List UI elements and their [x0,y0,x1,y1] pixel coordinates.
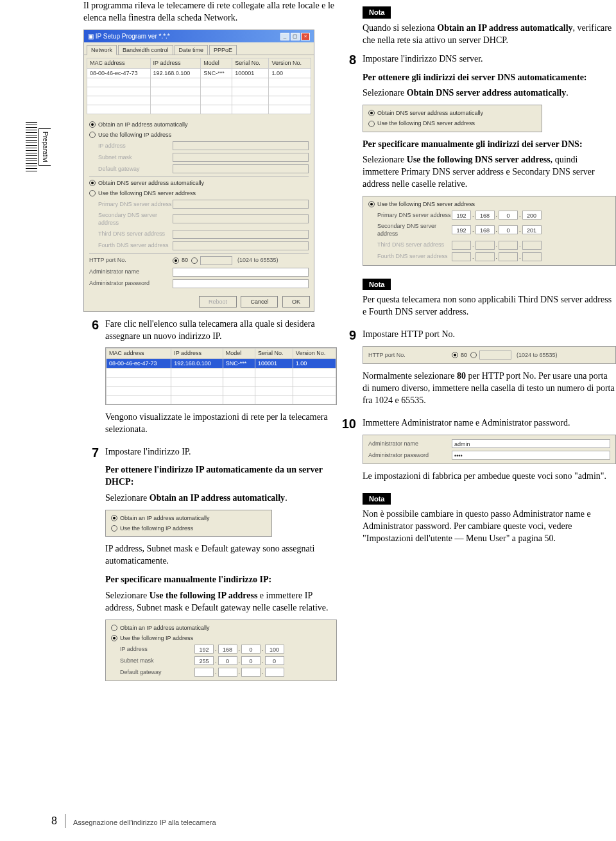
tab-pppoe[interactable]: PPPoE [209,45,237,55]
side-tab: Preparativi [38,128,51,166]
ip-input[interactable]: 192. 168. 0. 100 [194,645,284,654]
radio-obtain-ip[interactable] [89,121,96,128]
step-num-9: 9 [341,329,356,411]
side-decoration [26,122,37,173]
radio-static-dns-3[interactable] [368,201,375,207]
fig-ip-auto: Obtain an IP address automatically Use t… [105,510,272,537]
step7-h2: Per specificare manualmente l'indirizzo … [105,575,271,584]
step7-h1: Per ottenere l'indirizzo IP automaticame… [105,465,323,487]
step8-h2: Per specificare manualmente gli indirizz… [363,139,583,149]
page-number: 8 [51,814,65,828]
radio-static-dns[interactable] [89,190,96,196]
titlebar: ▣ IP Setup Program ver *.*.* _ ▢ × [84,30,314,43]
admin-pass-field-2[interactable]: •••• [452,451,610,460]
tabs: Network Bandwidth control Date time PPPo… [84,42,314,55]
step-9: 9 Impostare HTTP port No. HTTP port No. … [341,329,616,411]
minimize-icon[interactable]: _ [280,33,289,40]
th-mac: MAC address [87,58,151,68]
window-icon: ▣ [88,32,94,41]
cancel-button[interactable]: Cancel [241,296,278,308]
tdns-input: ... [452,241,542,250]
right-column: Nota Quando si seleziona Obtain an IP ad… [363,0,616,688]
intro-text: Il programma rileva le telecamere di ret… [83,0,337,24]
radio-port80-2[interactable] [452,352,458,358]
window-title: IP Setup Program ver *.*.* [96,32,170,41]
footer: 8 Assegnazione dell'indirizzo IP alla te… [51,814,216,828]
radio-portcustom[interactable] [191,257,198,264]
radio-obtain-ip-3[interactable] [111,625,117,631]
fig-admin: Administrator nameadmin Administrator pa… [363,435,616,464]
nota3-text: Non è possibile cambiare in questo passo… [363,508,616,545]
sdns-input[interactable]: 192. 168. 0. 201 [452,225,542,234]
table-row[interactable]: 08-00-46-ec-47-73 192.168.0.100 SNC-*** … [87,68,311,78]
step7-title: Impostare l'indirizzo IP. [105,446,337,458]
tab-datetime[interactable]: Date time [175,45,209,55]
nota2-text: Per questa telecamera non sono applicabi… [363,294,616,318]
tab-network[interactable]: Network [87,45,117,55]
admin-pass-field[interactable] [173,279,309,288]
radio-port80[interactable] [173,257,179,264]
table-row-selected[interactable]: 08-00-46-ec-47-73 192.168.0.100 SNC-*** … [107,358,336,368]
th-ip: IP address [150,58,201,68]
subnet-field [173,153,309,162]
th-ver: Version No. [269,58,311,68]
step10-text: Le impostazioni di fabbrica per ambedue … [363,471,616,483]
step9-title: Impostare HTTP port No. [363,329,616,341]
fig-main-window: ▣ IP Setup Program ver *.*.* _ ▢ × Netwo… [83,30,314,312]
th-serial: Serial No. [232,58,269,68]
fdns-input: ... [452,252,542,261]
radio-obtain-dns[interactable] [89,180,96,186]
left-column: Il programma rileva le telecamere di ret… [83,0,337,688]
step-10: 10 Immettere Administrator name e Admini… [341,417,616,549]
camera-table[interactable]: MAC address IP address Model Serial No. … [87,58,311,114]
step-8: 8 Impostare l'indirizzo DNS server. Per … [341,53,616,323]
radio-static-dns-2[interactable] [368,121,375,127]
radio-obtain-ip-2[interactable] [111,515,117,521]
step-num-8: 8 [341,53,356,323]
step-7: 7 Impostare l'indirizzo IP. Per ottenere… [83,446,337,688]
nota-label-1: Nota [363,6,391,19]
radio-static-ip[interactable] [89,132,96,138]
radio-static-ip-3[interactable] [111,635,117,641]
radio-static-ip-2[interactable] [111,525,117,532]
fig-selected-table: MAC address IP address Model Serial No. … [105,347,337,404]
admin-name-field[interactable] [173,268,309,277]
step7-t2: IP address, Subnet mask e Default gatewa… [105,543,337,568]
fig-dns-auto: Obtain DNS server address automatically … [363,105,542,132]
step-num-6: 6 [83,318,99,440]
step10-title: Immettere Administrator name e Administr… [363,417,616,429]
step6-after: Vengono visualizzate le impostazioni di … [105,412,337,436]
admin-name-field-2[interactable]: admin [452,439,610,448]
close-icon[interactable]: × [301,33,310,40]
nota-label-2: Nota [363,279,391,291]
step8-title: Impostare l'indirizzo DNS server. [363,53,616,65]
fig-http-port: HTTP port No. 80 (1024 to 65535) [363,346,616,364]
step8-h1: Per ottenere gli indirizzi dei server DN… [363,73,587,82]
step9-text: Normalmente selezionare 80 per HTTP port… [363,370,616,407]
step-num-10: 10 [341,417,356,549]
step7-t3: Selezionare Use the following IP address… [105,590,337,614]
nota-label-3: Nota [363,493,391,505]
gateway-input[interactable]: ... [194,668,284,677]
step8-t2: Selezionare Use the following DNS server… [363,154,616,191]
ok-button[interactable]: OK [282,296,310,308]
fig-dns-manual: Use the following DNS server address Pri… [363,196,616,265]
subnet-input[interactable]: 255. 0. 0. 0 [194,656,284,665]
footer-title: Assegnazione dell'indirizzo IP alla tele… [73,818,216,828]
radio-obtain-dns-2[interactable] [368,110,375,116]
step-num-7: 7 [83,446,99,688]
radio-portcustom-2[interactable] [470,352,477,358]
fig-ip-manual: Obtain an IP address automatically Use t… [105,620,337,681]
step6-text: Fare clic nell'elenco sulla telecamera a… [105,318,337,343]
gateway-field [173,164,309,173]
reboot-button[interactable]: Reboot [199,296,237,308]
maximize-icon[interactable]: ▢ [291,33,300,40]
step7-t1: Selezionare Obtain an IP address automat… [105,492,337,505]
nota1-text: Quando si seleziona Obtain an IP address… [363,22,616,47]
th-model: Model [201,58,232,68]
pdns-input[interactable]: 192. 168. 0. 200 [452,211,542,220]
step8-t1: Selezionare Obtain DNS server address au… [363,87,616,100]
step-6: 6 Fare clic nell'elenco sulla telecamera… [83,318,337,440]
ip-field [173,141,309,150]
tab-bandwidth[interactable]: Bandwidth control [118,45,173,55]
